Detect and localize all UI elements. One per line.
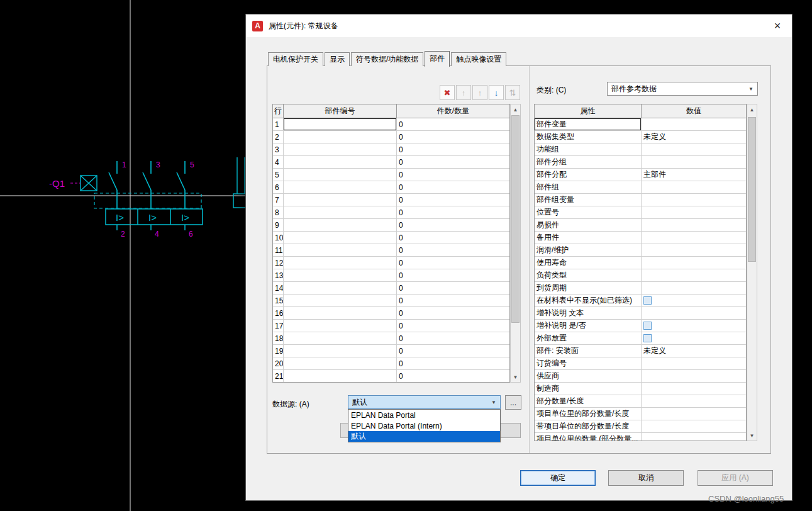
property-value-cell[interactable] <box>642 244 746 257</box>
property-value-cell[interactable] <box>642 282 746 295</box>
quantity-cell[interactable]: 0 <box>397 244 509 257</box>
part-number-cell[interactable] <box>284 257 397 269</box>
category-combobox[interactable]: 部件参考数据 ▼ <box>607 82 758 96</box>
parts-table-row[interactable]: 90 <box>273 219 509 232</box>
apply-button[interactable]: 应用 (A) <box>698 470 773 486</box>
column-header-property[interactable]: 属性 <box>535 104 642 118</box>
property-row[interactable]: 外部放置 <box>535 332 746 345</box>
parts-table-scrollbar[interactable]: ▲ ▼ <box>510 104 521 383</box>
property-value-cell[interactable] <box>642 295 746 307</box>
part-number-cell[interactable] <box>284 244 397 257</box>
delete-icon[interactable]: ✖ <box>440 85 455 100</box>
property-value-cell[interactable] <box>642 232 746 244</box>
tab-motor-protection-switch[interactable]: 电机保护开关 <box>268 52 323 66</box>
column-header-value[interactable]: 数值 <box>642 104 746 118</box>
tab-display[interactable]: 显示 <box>325 52 350 66</box>
quantity-cell[interactable]: 0 <box>397 332 509 345</box>
property-value-cell[interactable]: 未定义 <box>642 131 746 143</box>
property-row[interactable]: 到货周期 <box>535 282 746 295</box>
property-value-cell[interactable]: 未定义 <box>642 345 746 357</box>
part-number-cell[interactable] <box>284 370 397 383</box>
part-number-cell[interactable] <box>284 320 397 332</box>
part-number-cell[interactable] <box>284 282 397 295</box>
quantity-cell[interactable]: 0 <box>397 345 509 357</box>
data-source-combobox[interactable]: 默认 ▼ <box>348 395 501 409</box>
part-number-cell[interactable] <box>284 345 397 357</box>
property-value-cell[interactable] <box>642 206 746 219</box>
parts-table-row[interactable]: 160 <box>273 307 509 320</box>
column-header-part-number[interactable]: 部件编号 <box>284 104 397 118</box>
tab-symbol-function-data[interactable]: 符号数据/功能数据 <box>351 52 423 66</box>
quantity-cell[interactable]: 0 <box>397 357 509 370</box>
quantity-cell[interactable]: 0 <box>397 206 509 219</box>
quantity-cell[interactable]: 0 <box>397 320 509 332</box>
quantity-cell[interactable]: 0 <box>397 370 509 383</box>
dialog-titlebar[interactable]: A 属性(元件): 常规设备 × <box>246 14 792 37</box>
property-row[interactable]: 易损件 <box>535 219 746 232</box>
property-value-cell[interactable] <box>642 420 746 433</box>
part-number-cell[interactable] <box>284 194 397 206</box>
property-value-cell[interactable] <box>642 408 746 420</box>
parts-table-row[interactable]: 40 <box>273 156 509 169</box>
scrollbar-thumb[interactable] <box>748 117 756 262</box>
part-number-cell[interactable] <box>284 232 397 244</box>
property-row[interactable]: 部分数量/长度 <box>535 395 746 408</box>
property-row[interactable]: 使用寿命 <box>535 257 746 269</box>
property-row[interactable]: 润滑/维护 <box>535 244 746 257</box>
parts-table-row[interactable]: 70 <box>273 194 509 206</box>
close-icon[interactable]: × <box>770 19 784 33</box>
property-value-cell[interactable] <box>642 395 746 408</box>
part-number-cell[interactable] <box>284 307 397 320</box>
quantity-cell[interactable]: 0 <box>397 118 509 131</box>
scroll-up-icon[interactable]: ▲ <box>747 104 757 115</box>
quantity-cell[interactable]: 0 <box>397 232 509 244</box>
quantity-cell[interactable]: 0 <box>397 143 509 156</box>
data-source-option[interactable]: 默认 <box>348 431 500 442</box>
property-row[interactable]: 订货编号 <box>535 357 746 370</box>
property-value-cell[interactable] <box>642 118 746 131</box>
property-row[interactable]: 负荷类型 <box>535 269 746 282</box>
part-number-cell[interactable] <box>284 269 397 282</box>
quantity-cell[interactable]: 0 <box>397 181 509 194</box>
part-number-cell[interactable] <box>284 131 397 143</box>
property-row[interactable]: 备用件 <box>535 232 746 244</box>
data-source-option[interactable]: EPLAN Data Portal <box>348 410 500 420</box>
parts-table-row[interactable]: 50 <box>273 169 509 181</box>
quantity-cell[interactable]: 0 <box>397 169 509 181</box>
quantity-cell[interactable]: 0 <box>397 257 509 269</box>
parts-table-row[interactable]: 100 <box>273 232 509 244</box>
property-value-cell[interactable] <box>642 194 746 206</box>
part-number-cell[interactable] <box>284 357 397 370</box>
parts-table-row[interactable]: 200 <box>273 357 509 370</box>
scroll-down-icon[interactable]: ▼ <box>511 372 520 382</box>
property-row[interactable]: 位置号 <box>535 206 746 219</box>
property-row[interactable]: 项目单位里的数量 (部分数量... <box>535 433 746 441</box>
property-row[interactable]: 在材料表中不显示(如已筛选) <box>535 295 746 307</box>
property-value-cell[interactable] <box>642 269 746 282</box>
data-source-option[interactable]: EPLAN Data Portal (Intern) <box>348 420 500 431</box>
tab-contact-image-settings[interactable]: 触点映像设置 <box>451 52 506 66</box>
quantity-cell[interactable]: 0 <box>397 282 509 295</box>
scroll-down-icon[interactable]: ▼ <box>747 430 757 441</box>
property-value-cell[interactable]: 主部件 <box>642 169 746 181</box>
part-number-cell[interactable] <box>284 219 397 232</box>
column-header-quantity[interactable]: 件数/数量 <box>397 104 509 118</box>
quantity-cell[interactable]: 0 <box>397 269 509 282</box>
property-row[interactable]: 增补说明 文本 <box>535 307 746 320</box>
quantity-cell[interactable]: 0 <box>397 307 509 320</box>
parts-table-row[interactable]: 190 <box>273 345 509 357</box>
scroll-up-icon[interactable]: ▲ <box>511 104 520 115</box>
property-row[interactable]: 项目单位里的部分数量/长度 <box>535 408 746 420</box>
parts-table-row[interactable]: 10 <box>273 118 509 131</box>
quantity-cell[interactable]: 0 <box>397 219 509 232</box>
checkbox[interactable] <box>643 322 652 330</box>
parts-table-row[interactable]: 210 <box>273 370 509 383</box>
parts-table-row[interactable]: 110 <box>273 244 509 257</box>
property-value-cell[interactable] <box>642 181 746 194</box>
parts-table-row[interactable]: 180 <box>273 332 509 345</box>
property-value-cell[interactable] <box>642 370 746 383</box>
parts-table-row[interactable]: 130 <box>273 269 509 282</box>
property-row[interactable]: 制造商 <box>535 383 746 395</box>
property-row[interactable]: 数据集类型未定义 <box>535 131 746 143</box>
property-value-cell[interactable] <box>642 257 746 269</box>
